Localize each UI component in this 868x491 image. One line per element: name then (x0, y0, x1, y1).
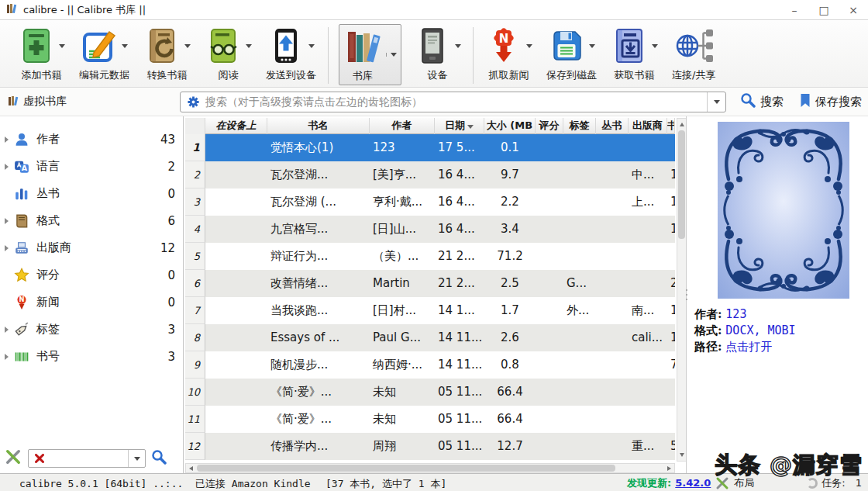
cell-ondevice[interactable] (205, 351, 267, 379)
cell-size[interactable]: 66.4 (484, 406, 536, 433)
cell-authors[interactable]: 123 (370, 134, 435, 161)
row-number[interactable]: 1 (185, 134, 205, 161)
cell-title[interactable]: 辩证行为... (267, 243, 370, 270)
cell-tags[interactable] (563, 324, 596, 351)
toolbar-edit-metadata[interactable]: 编辑元数据 (78, 24, 131, 84)
cell-series[interactable] (596, 134, 629, 161)
cell-authors[interactable]: 未知 (370, 406, 435, 433)
cell-title[interactable]: 瓦尔登湖... (267, 161, 370, 188)
search-button[interactable]: 搜索 (740, 92, 784, 111)
cell-size[interactable]: 0.8 (484, 351, 536, 379)
chevron-down-icon[interactable] (246, 44, 252, 48)
expand-arrow-icon[interactable] (5, 137, 9, 143)
column-header-title[interactable]: 书名 (267, 118, 370, 134)
cell-ondevice[interactable] (205, 134, 267, 161)
scroll-right-icon[interactable] (667, 466, 671, 471)
cell-ondevice[interactable] (205, 433, 267, 460)
toolbar-fetch-news[interactable]: N 抓取新闻 (484, 24, 534, 84)
cell-date[interactable]: 05 11... (435, 406, 484, 433)
table-row[interactable]: 4九宫格写...[日]山...16 4...3.41 (185, 216, 675, 243)
chevron-down-icon[interactable] (455, 44, 461, 48)
cell-authors[interactable]: [日]村... (370, 297, 435, 324)
table-row[interactable]: 12传播学内...周翔05 11...12.7重...5 (185, 433, 675, 460)
search-history-dropdown[interactable] (707, 92, 725, 112)
cell-identifier[interactable]: 1 (667, 324, 675, 351)
cell-tags[interactable] (563, 216, 596, 243)
find-search-icon[interactable] (151, 449, 167, 468)
cell-size[interactable]: 12.7 (484, 433, 536, 460)
cell-authors[interactable]: Martin (370, 270, 435, 297)
cell-rating[interactable] (536, 188, 563, 216)
table-row[interactable]: 10《简·爱》...未知05 11...66.4 (185, 379, 675, 406)
cell-title[interactable]: 随机漫步... (267, 351, 370, 379)
expand-arrow-icon[interactable] (5, 218, 9, 224)
cell-rating[interactable] (536, 324, 563, 351)
column-header-ondevice[interactable]: 在设备上 (205, 118, 267, 134)
column-header-rating[interactable]: 评分 (536, 118, 563, 134)
cell-publisher[interactable]: 上... (629, 188, 667, 216)
cell-authors[interactable]: [美]亨... (370, 161, 435, 188)
cell-series[interactable] (596, 433, 629, 460)
expand-arrow-icon[interactable] (5, 245, 9, 251)
sidebar-item-ratings[interactable]: 评分 0 (0, 261, 183, 289)
expand-arrow-icon[interactable] (5, 354, 9, 360)
row-number[interactable]: 3 (185, 188, 205, 216)
table-row[interactable]: 6改善情绪...Martin21 2...2.5G...2 (185, 270, 675, 297)
cell-rating[interactable] (536, 161, 563, 188)
row-number[interactable]: 9 (185, 351, 205, 379)
cell-title[interactable]: 觉悟本心(1) (267, 134, 370, 161)
cell-date[interactable]: 21 2... (435, 270, 484, 297)
cell-date[interactable]: 14 11... (435, 324, 484, 351)
format-value[interactable]: DOCX, MOBI (725, 323, 795, 337)
cell-authors[interactable]: 未知 (370, 379, 435, 406)
cell-title[interactable]: Essays of ... (267, 324, 370, 351)
cell-date[interactable]: 05 11... (435, 433, 484, 460)
cell-ondevice[interactable] (205, 161, 267, 188)
cell-series[interactable] (596, 216, 629, 243)
column-header-authors[interactable]: 作者 (370, 118, 435, 134)
cell-title[interactable]: 九宫格写... (267, 216, 370, 243)
cell-size[interactable]: 2.2 (484, 188, 536, 216)
cell-size[interactable]: 71.2 (484, 243, 536, 270)
cell-tags[interactable]: 外... (563, 297, 596, 324)
chevron-down-icon[interactable] (184, 44, 191, 48)
cell-tags[interactable] (563, 433, 596, 460)
cell-identifier[interactable]: 1 (667, 161, 675, 188)
cell-series[interactable] (596, 406, 629, 433)
table-row[interactable]: 11《简·爱》...未知05 11...66.4 (185, 406, 675, 433)
cell-ondevice[interactable] (205, 188, 267, 216)
scroll-up-icon[interactable] (680, 123, 684, 126)
cell-tags[interactable] (563, 243, 596, 270)
gear-icon[interactable] (187, 95, 200, 109)
cell-size[interactable]: 3.4 (484, 216, 536, 243)
cell-title[interactable]: 改善情绪... (267, 270, 370, 297)
cell-tags[interactable] (563, 379, 596, 406)
toolbar-get-books[interactable]: 获取书籍 (609, 24, 660, 84)
cell-ondevice[interactable] (205, 243, 267, 270)
column-header-series[interactable]: 丛书 (596, 118, 629, 134)
cell-identifier[interactable]: 1 (667, 216, 675, 243)
cell-authors[interactable]: 纳西姆·... (370, 351, 435, 379)
cell-series[interactable] (596, 270, 629, 297)
sidebar-item-series[interactable]: 丛书 0 (0, 180, 183, 207)
cell-size[interactable]: 66.4 (484, 379, 536, 406)
column-header-tags[interactable]: 标签 (563, 118, 596, 134)
cell-ondevice[interactable] (205, 406, 267, 433)
cell-series[interactable] (596, 161, 629, 188)
cell-tags[interactable]: G... (563, 270, 596, 297)
cell-publisher[interactable] (629, 243, 667, 270)
panel-splitter[interactable] (685, 271, 688, 318)
find-dropdown[interactable] (128, 450, 145, 467)
cell-publisher[interactable] (629, 379, 667, 406)
column-header-date[interactable]: 日期 (435, 118, 484, 134)
book-cover[interactable] (718, 122, 849, 299)
tag-browser-settings-icon[interactable] (4, 448, 22, 469)
cell-series[interactable] (596, 297, 629, 324)
path-link[interactable]: 点击打开 (725, 340, 772, 354)
expand-arrow-icon[interactable] (5, 164, 9, 170)
row-number[interactable]: 6 (185, 270, 205, 297)
table-row[interactable]: 9随机漫步...纳西姆·...14 11...0.87 (185, 351, 675, 379)
horizontal-scroll-thumb[interactable] (197, 465, 615, 472)
cell-series[interactable] (596, 188, 629, 216)
row-number[interactable]: 10 (185, 379, 205, 406)
